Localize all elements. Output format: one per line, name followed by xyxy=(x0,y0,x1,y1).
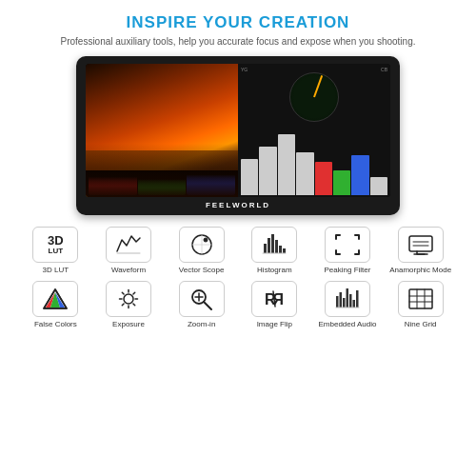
waveform-icon xyxy=(114,232,143,257)
icon-box-3d-lut: 3DLUT xyxy=(32,227,78,263)
screen-main-image xyxy=(86,64,238,197)
icon-label-zoom-in: Zoom-in xyxy=(188,320,215,329)
icon-item-nine-grid[interactable]: Nine Grid xyxy=(386,281,455,329)
screen-vectorscope: YG CB xyxy=(238,64,390,130)
monitor-screen: YG CB xyxy=(86,64,390,197)
false-colors-icon xyxy=(41,287,69,311)
svg-line-22 xyxy=(122,292,124,294)
icon-label-anamorphic: Anamorphic Mode xyxy=(389,266,451,275)
hist-bar-green xyxy=(333,170,350,195)
icon-label-image-flip: Image Flip xyxy=(257,320,292,329)
icon-box-zoom-in xyxy=(179,281,225,317)
svg-rect-9 xyxy=(279,246,282,253)
hist-bar-white4 xyxy=(296,152,313,195)
svg-rect-38 xyxy=(356,290,359,307)
icon-item-histogram[interactable]: Histogram xyxy=(240,227,309,275)
exposure-icon xyxy=(114,287,143,311)
vs-ticks: YG xyxy=(241,67,248,72)
vector-scope-icon xyxy=(188,232,216,257)
icon-box-image-flip: RR xyxy=(251,281,297,317)
icon-item-vector-scope[interactable]: Vector Scope xyxy=(167,227,236,275)
icon-label-false-colors: False Colors xyxy=(34,320,77,329)
svg-line-18 xyxy=(133,304,135,306)
lut-3d-text: 3D xyxy=(48,234,64,247)
monitor: YG CB FEELWORLD xyxy=(76,56,400,215)
icon-box-nine-grid xyxy=(398,281,444,317)
svg-rect-37 xyxy=(352,300,355,307)
icon-item-waveform[interactable]: Waveform xyxy=(94,227,164,275)
icon-label-histogram: Histogram xyxy=(257,266,291,275)
icon-box-audio xyxy=(325,281,370,317)
icon-box-anamorphic xyxy=(398,227,444,263)
icon-item-anamorphic[interactable]: Anamorphic Mode xyxy=(386,227,455,275)
svg-rect-35 xyxy=(346,288,348,307)
subline: Professional auxiliary tools, help you a… xyxy=(60,36,415,47)
waveform-overlay xyxy=(86,170,238,197)
svg-rect-8 xyxy=(275,240,278,253)
icon-box-exposure xyxy=(106,281,151,317)
vectorscope-circle xyxy=(289,72,339,122)
svg-rect-10 xyxy=(283,248,286,253)
hist-bar-white2 xyxy=(259,147,276,195)
icon-item-image-flip[interactable]: RRImage Flip xyxy=(240,281,309,329)
hist-bar-white xyxy=(241,159,258,195)
icon-item-3d-lut[interactable]: 3DLUT3D LUT xyxy=(21,227,90,275)
vs-label: CB xyxy=(381,67,387,72)
page: INSPIRE YOUR CREATION Professional auxil… xyxy=(0,0,476,476)
anamorphic-icon xyxy=(407,232,435,257)
svg-rect-12 xyxy=(409,236,432,251)
svg-line-26 xyxy=(204,302,211,309)
svg-rect-36 xyxy=(349,294,352,307)
svg-line-20 xyxy=(122,304,124,306)
icon-item-exposure[interactable]: Exposure xyxy=(94,281,164,329)
hist-bar-white3 xyxy=(278,134,295,195)
icon-box-vector-scope xyxy=(179,227,225,263)
svg-rect-34 xyxy=(343,298,346,307)
svg-rect-40 xyxy=(409,289,432,308)
svg-rect-6 xyxy=(268,238,270,253)
icon-item-peaking[interactable]: Peaking Filter xyxy=(313,227,383,275)
svg-point-4 xyxy=(204,238,208,242)
waveform-blue xyxy=(187,172,235,195)
icon-box-peaking xyxy=(325,227,370,263)
hist-bar-blue xyxy=(351,155,368,195)
icon-box-false-colors xyxy=(32,281,78,317)
svg-rect-5 xyxy=(264,244,267,253)
histogram-icon xyxy=(260,232,288,257)
image-flip-icon: RR xyxy=(260,287,288,311)
svg-rect-7 xyxy=(271,234,274,253)
lut-lut-text: LUT xyxy=(48,247,64,255)
svg-line-24 xyxy=(133,292,135,294)
hist-bar-white5 xyxy=(370,177,387,195)
waveform-green xyxy=(138,172,187,195)
icon-label-nine-grid: Nine Grid xyxy=(405,320,437,329)
svg-rect-33 xyxy=(339,292,342,307)
icons-grid: 3DLUT3D LUTWaveformVector ScopeHistogram… xyxy=(15,227,461,328)
peaking-icon xyxy=(333,232,362,257)
icon-box-waveform xyxy=(106,227,151,263)
nine-grid-icon xyxy=(407,287,435,311)
icon-label-audio: Embedded Audio xyxy=(319,320,377,329)
svg-rect-32 xyxy=(336,296,339,307)
icon-label-peaking: Peaking Filter xyxy=(325,266,371,275)
icon-item-false-colors[interactable]: False Colors xyxy=(21,281,90,329)
icon-item-audio[interactable]: Embedded Audio xyxy=(313,281,383,329)
icon-item-zoom-in[interactable]: Zoom-in xyxy=(167,281,236,329)
waveform-red xyxy=(89,172,137,195)
hist-bar-red xyxy=(315,162,332,195)
monitor-brand: FEELWORLD xyxy=(86,201,390,209)
svg-point-16 xyxy=(124,294,133,304)
icon-label-vector-scope: Vector Scope xyxy=(179,266,225,275)
icon-label-waveform: Waveform xyxy=(111,266,146,275)
icon-label-exposure: Exposure xyxy=(112,320,145,329)
icon-label-3d-lut: 3D LUT xyxy=(43,266,69,275)
screen-histogram xyxy=(238,130,390,197)
audio-icon xyxy=(333,287,362,311)
icon-box-histogram xyxy=(251,227,297,263)
headline: INSPIRE YOUR CREATION xyxy=(127,13,350,32)
zoom-in-icon xyxy=(188,287,216,311)
